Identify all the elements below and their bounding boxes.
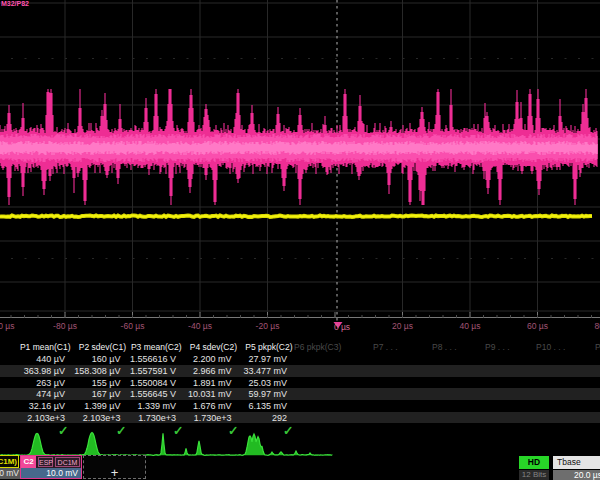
svg-text:0 µs: 0 µs	[334, 322, 350, 332]
svg-text:80 µs: 80 µs	[595, 321, 600, 331]
svg-text:-100 µs: -100 µs	[0, 321, 15, 331]
svg-text:20 µs: 20 µs	[392, 321, 413, 331]
svg-text:-80 µs: -80 µs	[53, 321, 77, 331]
svg-text:40 µs: 40 µs	[460, 321, 481, 331]
svg-text:-60 µs: -60 µs	[121, 321, 145, 331]
svg-text:-20 µs: -20 µs	[256, 321, 280, 331]
svg-text:-40 µs: -40 µs	[188, 321, 212, 331]
svg-text:60 µs: 60 µs	[527, 321, 548, 331]
